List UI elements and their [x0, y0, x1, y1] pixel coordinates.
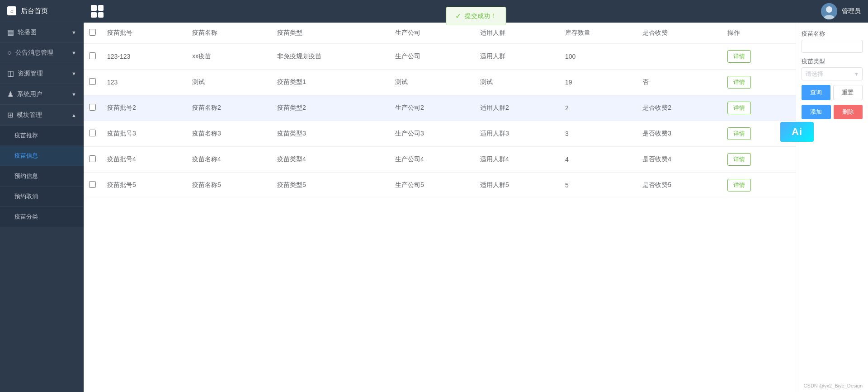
cell-batch: 123 [102, 70, 187, 95]
row-checkbox-cell [84, 147, 102, 173]
query-button[interactable]: 查询 [802, 85, 830, 100]
cell-type: 疫苗类型2 [272, 95, 390, 121]
cell-type: 疫苗类型1 [272, 70, 390, 95]
cell-stock: 19 [560, 70, 637, 95]
chevron-down-icon-2: ▼ [71, 50, 76, 56]
cell-target: 适用人群5 [475, 173, 560, 198]
panel-action-row: 添加 删除 [802, 105, 863, 119]
sidebar-item-vaccine-info[interactable]: 疫苗信息 [0, 146, 84, 166]
sidebar-item-vaccine-recommend[interactable]: 疫苗推荐 [0, 126, 84, 146]
cell-charge [637, 44, 722, 70]
sidebar-home-label[interactable]: 后台首页 [21, 7, 48, 15]
chevron-down-icon: ▼ [71, 30, 76, 35]
sidebar-item-resource[interactable]: ◫ 资源管理 ▼ [0, 63, 84, 84]
cell-batch: 疫苗批号2 [102, 95, 187, 121]
header-action: 操作 [722, 23, 796, 44]
home-icon: ⌂ [7, 6, 16, 15]
cell-stock: 3 [560, 121, 637, 147]
cell-company: 生产公司2 [390, 95, 475, 121]
detail-button-4[interactable]: 详情 [727, 153, 751, 166]
cell-company: 生产公司3 [390, 121, 475, 147]
cell-action: 详情 [722, 95, 796, 121]
detail-button-1[interactable]: 详情 [727, 76, 751, 89]
table-row: 123-123 xx疫苗 非免疫规划疫苗 生产公司 适用人群 100 详情 [84, 44, 796, 70]
cell-target: 测试 [475, 70, 560, 95]
sidebar: ⌂ 后台首页 ▤ 轮播图 ▼ ○ 公告消息管理 ▼ ◫ 资源管理 ▼ ♟ 系统用… [0, 0, 84, 392]
table-header-row: 疫苗批号 疫苗名称 疫苗类型 生产公司 适用人群 库存数量 是否收费 操作 [84, 23, 796, 44]
sidebar-item-announcement[interactable]: ○ 公告消息管理 ▼ [0, 43, 84, 63]
row-checkbox-5[interactable] [89, 181, 96, 188]
header-company: 生产公司 [390, 23, 475, 44]
row-checkbox-cell [84, 173, 102, 198]
resource-icon: ◫ [7, 69, 14, 78]
detail-button-5[interactable]: 详情 [727, 179, 751, 191]
sidebar-vaccine-info-label: 疫苗信息 [14, 152, 38, 160]
cell-company: 生产公司 [390, 44, 475, 70]
cell-action: 详情 [722, 44, 796, 70]
sidebar-vaccine-recommend-label: 疫苗推荐 [14, 131, 38, 140]
cell-type: 疫苗类型5 [272, 173, 390, 198]
cell-target: 适用人群4 [475, 147, 560, 173]
cell-batch: 疫苗批号3 [102, 121, 187, 147]
row-checkbox-cell [84, 70, 102, 95]
cell-type: 非免疫规划疫苗 [272, 44, 390, 70]
row-checkbox-4[interactable] [89, 155, 96, 162]
sidebar-item-carousel[interactable]: ▤ 轮播图 ▼ [0, 22, 84, 43]
panel-type-field: 疫苗类型 请选择 非免疫规划疫苗 疫苗类型1 疫苗类型2 ▼ [802, 57, 863, 80]
content-area: 疫苗批号 疫苗名称 疫苗类型 生产公司 适用人群 库存数量 是否收费 操作 12… [84, 23, 868, 392]
cell-action: 详情 [722, 147, 796, 173]
panel-type-select-wrapper: 请选择 非免疫规划疫苗 疫苗类型1 疫苗类型2 ▼ [802, 67, 863, 80]
admin-label: 管理员 [842, 7, 861, 15]
cell-action: 详情 [722, 70, 796, 95]
sidebar-item-cancel[interactable]: 预约取消 [0, 187, 84, 207]
reset-button[interactable]: 重置 [833, 85, 863, 100]
panel-name-field: 疫苗名称 [802, 30, 863, 53]
chevron-down-icon-3: ▼ [71, 71, 76, 76]
row-checkbox-3[interactable] [89, 130, 96, 136]
header-stock: 库存数量 [560, 23, 637, 44]
row-checkbox-2[interactable] [89, 104, 96, 111]
panel-type-label: 疫苗类型 [802, 57, 863, 65]
grid-menu-icon[interactable] [91, 5, 104, 18]
row-checkbox-1[interactable] [89, 78, 96, 85]
check-icon: ✓ [455, 12, 461, 20]
cell-name: 疫苗名称3 [187, 121, 272, 147]
avatar [821, 3, 837, 19]
success-toast: ✓ 提交成功！ [446, 7, 506, 25]
cell-company: 生产公司5 [390, 173, 475, 198]
toast-message: 提交成功！ [465, 12, 496, 20]
sidebar-item-appointment[interactable]: 预约信息 [0, 166, 84, 187]
chevron-up-icon: ▲ [71, 112, 76, 118]
delete-button[interactable]: 删除 [834, 105, 863, 119]
ai-badge: Ai [780, 122, 814, 142]
sidebar-cancel-label: 预约取消 [14, 192, 38, 201]
sidebar-item-module[interactable]: ⊞ 模块管理 ▲ [0, 105, 84, 126]
cell-name: 测试 [187, 70, 272, 95]
cell-name: 疫苗名称4 [187, 147, 272, 173]
panel-name-input[interactable] [802, 40, 863, 53]
sidebar-item-sysuser[interactable]: ♟ 系统用户 ▼ [0, 84, 84, 105]
panel-query-row: 查询 重置 [802, 85, 863, 100]
detail-button-0[interactable]: 详情 [727, 50, 751, 63]
header-charge: 是否收费 [637, 23, 722, 44]
cell-stock: 100 [560, 44, 637, 70]
cell-stock: 4 [560, 147, 637, 173]
panel-type-select[interactable]: 请选择 非免疫规划疫苗 疫苗类型1 疫苗类型2 [802, 67, 863, 80]
row-checkbox-0[interactable] [89, 52, 96, 59]
detail-button-2[interactable]: 详情 [727, 102, 751, 114]
table-row: 123 测试 疫苗类型1 测试 测试 19 否 详情 [84, 70, 796, 95]
cell-type: 疫苗类型3 [272, 121, 390, 147]
add-button[interactable]: 添加 [802, 105, 831, 119]
cell-stock: 5 [560, 173, 637, 198]
header-batch: 疫苗批号 [102, 23, 187, 44]
select-all-checkbox[interactable] [89, 29, 96, 36]
vaccine-table: 疫苗批号 疫苗名称 疫苗类型 生产公司 适用人群 库存数量 是否收费 操作 12… [84, 23, 796, 198]
row-checkbox-cell [84, 95, 102, 121]
sidebar-sysuser-label: 系统用户 [17, 90, 42, 98]
table-area: 疫苗批号 疫苗名称 疫苗类型 生产公司 适用人群 库存数量 是否收费 操作 12… [84, 23, 796, 392]
sidebar-item-vaccine-category[interactable]: 疫苗分类 [0, 207, 84, 227]
cell-stock: 2 [560, 95, 637, 121]
table-row: 疫苗批号3 疫苗名称3 疫苗类型3 生产公司3 适用人群3 3 是否收费3 详情 [84, 121, 796, 147]
cell-charge: 是否收费5 [637, 173, 722, 198]
detail-button-3[interactable]: 详情 [727, 127, 751, 140]
